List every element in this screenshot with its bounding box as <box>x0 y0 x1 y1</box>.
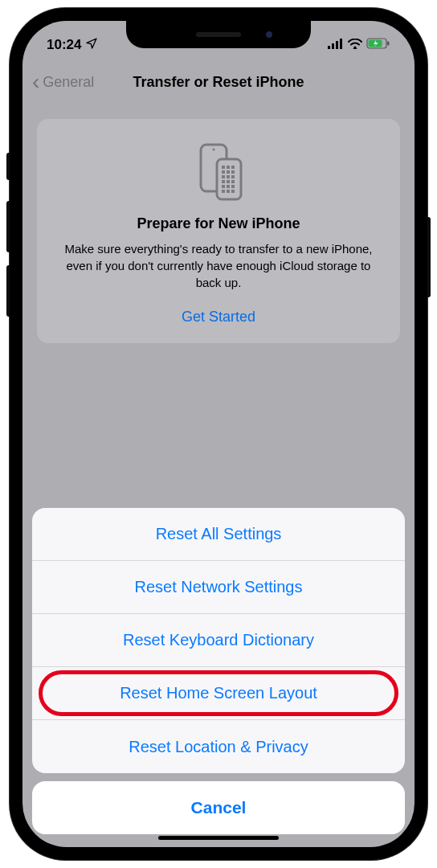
sheet-item-label: Reset Keyboard Dictionary <box>123 631 314 649</box>
svg-rect-25 <box>231 185 235 188</box>
status-time: 10:24 <box>47 37 81 53</box>
svg-rect-27 <box>227 190 230 193</box>
navigation-bar: ‹ General Transfer or Reset iPhone <box>22 61 415 103</box>
home-indicator[interactable] <box>158 836 279 840</box>
card-title: Prepare for New iPhone <box>53 215 384 232</box>
status-right <box>328 37 390 53</box>
svg-rect-20 <box>222 180 225 183</box>
back-button[interactable]: ‹ General <box>32 71 94 93</box>
iphone-device-frame: 10:24 ‹ General <box>10 8 427 860</box>
svg-rect-23 <box>222 185 225 188</box>
svg-rect-21 <box>227 180 230 183</box>
volume-up-button <box>6 201 10 252</box>
svg-rect-1 <box>332 43 334 49</box>
action-sheet-options: Reset All Settings Reset Network Setting… <box>32 508 405 773</box>
reset-all-settings-button[interactable]: Reset All Settings <box>32 508 405 561</box>
notch <box>126 21 311 48</box>
status-left: 10:24 <box>47 37 98 54</box>
transfer-devices-icon <box>186 140 251 204</box>
chevron-left-icon: ‹ <box>32 71 39 93</box>
sheet-item-label: Reset Location & Privacy <box>129 738 308 756</box>
cellular-icon <box>328 37 344 53</box>
svg-rect-19 <box>231 175 235 178</box>
svg-rect-14 <box>222 170 225 174</box>
sheet-item-label: Reset Network Settings <box>135 578 303 596</box>
side-button <box>427 217 431 297</box>
svg-rect-10 <box>217 159 241 199</box>
svg-rect-16 <box>231 170 235 174</box>
reset-home-screen-layout-button[interactable]: Reset Home Screen Layout <box>32 667 405 720</box>
svg-rect-26 <box>222 190 225 193</box>
svg-rect-11 <box>222 166 225 169</box>
svg-rect-15 <box>227 170 230 174</box>
wifi-icon <box>348 37 362 53</box>
svg-rect-12 <box>227 166 230 169</box>
svg-rect-13 <box>231 166 235 169</box>
reset-network-settings-button[interactable]: Reset Network Settings <box>32 561 405 614</box>
prepare-card: Prepare for New iPhone Make sure everyth… <box>37 119 400 343</box>
svg-point-4 <box>353 46 356 48</box>
svg-rect-17 <box>222 175 225 178</box>
action-sheet: Reset All Settings Reset Network Setting… <box>22 508 415 847</box>
reset-keyboard-dictionary-button[interactable]: Reset Keyboard Dictionary <box>32 614 405 667</box>
cancel-button[interactable]: Cancel <box>32 781 405 834</box>
sheet-item-label: Reset Home Screen Layout <box>120 684 317 702</box>
svg-rect-6 <box>387 42 390 46</box>
volume-down-button <box>6 265 10 317</box>
cancel-label: Cancel <box>191 798 247 817</box>
mute-switch <box>6 153 10 180</box>
reset-location-privacy-button[interactable]: Reset Location & Privacy <box>32 720 405 773</box>
svg-rect-24 <box>227 185 230 188</box>
get-started-link[interactable]: Get Started <box>53 309 384 326</box>
svg-point-9 <box>213 149 215 151</box>
content-area: Prepare for New iPhone Make sure everyth… <box>22 103 415 343</box>
svg-rect-18 <box>227 175 230 178</box>
location-icon <box>85 37 98 54</box>
svg-rect-2 <box>336 41 338 49</box>
card-body: Make sure everything's ready to transfer… <box>53 240 384 291</box>
battery-icon <box>366 37 390 53</box>
sheet-item-label: Reset All Settings <box>156 525 282 543</box>
screen: 10:24 ‹ General <box>22 21 415 847</box>
back-label: General <box>43 74 94 91</box>
svg-rect-22 <box>231 180 235 183</box>
svg-rect-28 <box>231 190 235 193</box>
svg-rect-0 <box>328 46 330 49</box>
svg-rect-3 <box>340 39 342 49</box>
